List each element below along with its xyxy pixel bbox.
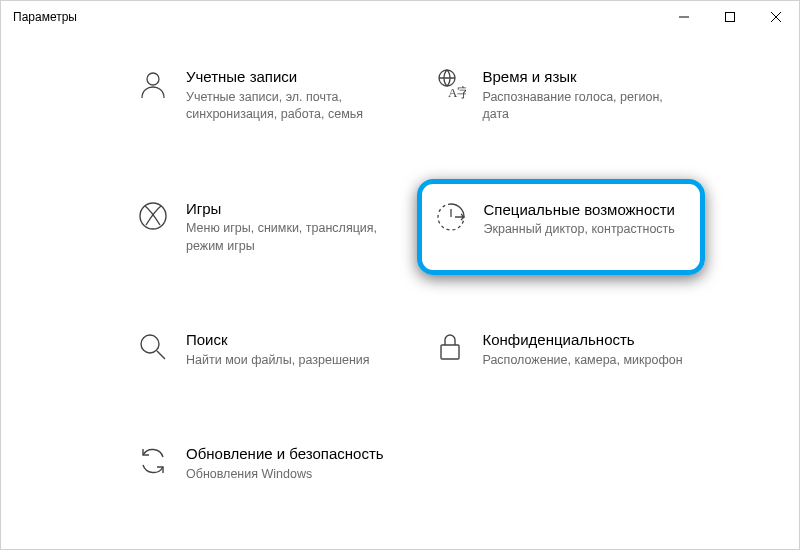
tile-title: Учетные записи bbox=[186, 67, 393, 87]
tile-desc: Распознавание голоса, регион, дата bbox=[483, 89, 690, 124]
svg-text:A字: A字 bbox=[448, 85, 466, 100]
tile-accounts[interactable]: Учетные записи Учетные записи, эл. почта… bbox=[126, 57, 403, 134]
tile-ease-of-access[interactable]: Специальные возможности Экранный диктор,… bbox=[417, 179, 706, 276]
maximize-button[interactable] bbox=[707, 1, 753, 33]
tile-privacy[interactable]: Конфиденциальность Расположение, камера,… bbox=[423, 320, 700, 379]
tile-desc: Расположение, камера, микрофон bbox=[483, 352, 690, 370]
tile-gaming[interactable]: Игры Меню игры, снимки, трансляция, режи… bbox=[126, 189, 403, 266]
svg-rect-11 bbox=[441, 345, 459, 359]
tile-desc: Обновления Windows bbox=[186, 466, 393, 484]
titlebar: Параметры bbox=[1, 1, 799, 33]
tile-title: Время и язык bbox=[483, 67, 690, 87]
tile-text: Конфиденциальность Расположение, камера,… bbox=[483, 330, 690, 369]
tile-text: Игры Меню игры, снимки, трансляция, режи… bbox=[186, 199, 393, 256]
tile-desc: Найти мои файлы, разрешения bbox=[186, 352, 393, 370]
tile-desc: Учетные записи, эл. почта, синхронизация… bbox=[186, 89, 393, 124]
svg-rect-1 bbox=[726, 13, 735, 22]
settings-grid: Учетные записи Учетные записи, эл. почта… bbox=[126, 57, 699, 493]
tile-title: Конфиденциальность bbox=[483, 330, 690, 350]
search-icon bbox=[136, 330, 170, 364]
xbox-icon bbox=[136, 199, 170, 233]
close-button[interactable] bbox=[753, 1, 799, 33]
svg-line-10 bbox=[157, 351, 165, 359]
tile-title: Поиск bbox=[186, 330, 393, 350]
person-icon bbox=[136, 67, 170, 101]
svg-point-4 bbox=[147, 73, 159, 85]
svg-point-7 bbox=[140, 203, 166, 229]
lock-icon bbox=[433, 330, 467, 364]
globe-letter-icon: A字 bbox=[433, 67, 467, 101]
tile-title: Специальные возможности bbox=[484, 200, 689, 220]
tile-title: Обновление и безопасность bbox=[186, 444, 393, 464]
tile-search[interactable]: Поиск Найти мои файлы, разрешения bbox=[126, 320, 403, 379]
sync-icon bbox=[136, 444, 170, 478]
minimize-button[interactable] bbox=[661, 1, 707, 33]
tile-text: Учетные записи Учетные записи, эл. почта… bbox=[186, 67, 393, 124]
tile-text: Время и язык Распознавание голоса, регио… bbox=[483, 67, 690, 124]
tile-desc: Экранный диктор, контрастность bbox=[484, 221, 689, 239]
tile-desc: Меню игры, снимки, трансляция, режим игр… bbox=[186, 220, 393, 255]
ease-of-access-icon bbox=[434, 200, 468, 234]
window-title: Параметры bbox=[13, 10, 77, 24]
tile-time-language[interactable]: A字 Время и язык Распознавание голоса, ре… bbox=[423, 57, 700, 134]
tile-update-security[interactable]: Обновление и безопасность Обновления Win… bbox=[126, 434, 403, 493]
window-controls bbox=[661, 1, 799, 33]
tile-text: Поиск Найти мои файлы, разрешения bbox=[186, 330, 393, 369]
settings-content: Учетные записи Учетные записи, эл. почта… bbox=[1, 33, 799, 517]
tile-text: Обновление и безопасность Обновления Win… bbox=[186, 444, 393, 483]
svg-point-9 bbox=[141, 335, 159, 353]
tile-title: Игры bbox=[186, 199, 393, 219]
tile-text: Специальные возможности Экранный диктор,… bbox=[484, 200, 689, 239]
